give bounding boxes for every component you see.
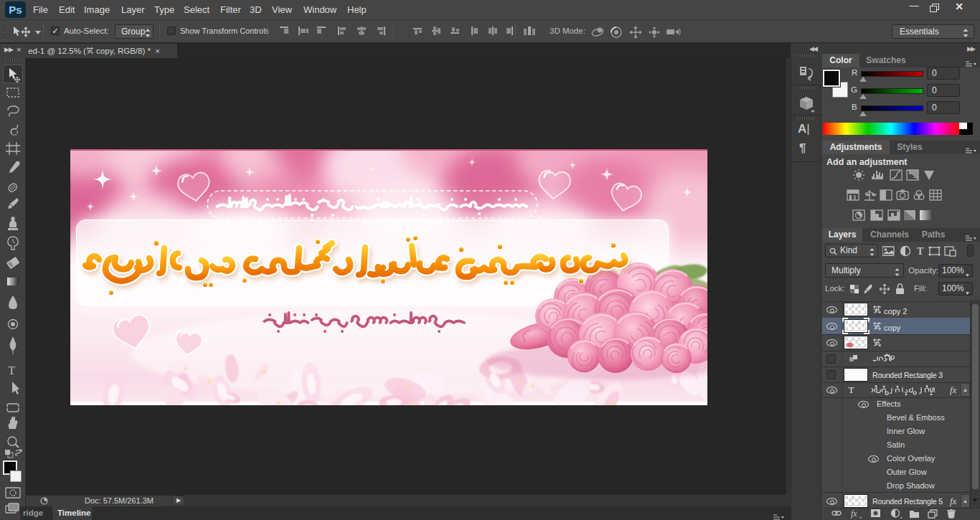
svg-text:T: T bbox=[917, 246, 924, 257]
svg-text:T: T bbox=[8, 364, 16, 377]
svg-text:fx: fx bbox=[851, 509, 857, 519]
